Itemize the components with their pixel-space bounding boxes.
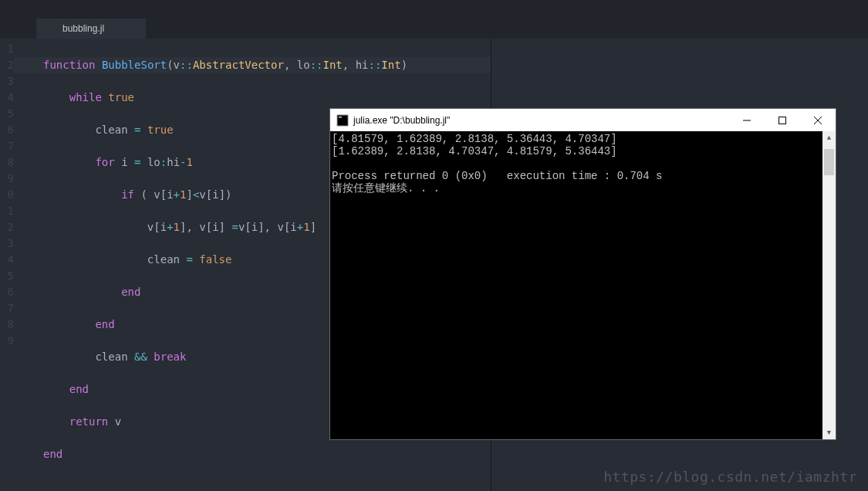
code-line[interactable]: function BubbleSort(v::AbstractVector, l… [14, 57, 491, 73]
line-number: 4 [0, 90, 14, 106]
maximize-button[interactable] [765, 109, 800, 131]
terminal-title: julia.exe "D:\bubbling.jl" [353, 115, 729, 126]
svg-rect-1 [339, 117, 342, 118]
scroll-down-icon[interactable]: ▼ [822, 426, 836, 439]
line-number: 0 [0, 187, 14, 203]
line-number: 5 [0, 268, 14, 284]
scroll-thumb[interactable] [824, 149, 834, 175]
line-number: 2 [0, 57, 14, 73]
line-number: 5 [0, 106, 14, 122]
terminal-line: Process returned 0 (0x0) execution time … [332, 170, 662, 182]
terminal-window[interactable]: julia.exe "D:\bubbling.jl" [4.81579, 1.6… [329, 108, 836, 440]
line-number: 8 [0, 154, 14, 171]
line-number: 3 [0, 235, 14, 252]
tabs-bar: bubbling.jl [0, 19, 868, 39]
line-number: 9 [0, 171, 14, 187]
line-number: 8 [0, 317, 14, 333]
terminal-line: [1.62389, 2.8138, 4.70347, 4.81579, 5.36… [332, 145, 617, 157]
code-line[interactable] [43, 479, 491, 491]
titlebar-strip [0, 0, 868, 19]
line-number: 3 [0, 73, 14, 90]
line-number: 6 [0, 284, 14, 300]
watermark-text: https://blog.csdn.net/iamzhtr [603, 469, 857, 485]
line-number: 1 [0, 41, 14, 57]
tabs-gutter-spacer [0, 19, 36, 39]
close-button[interactable] [800, 109, 836, 131]
terminal-titlebar[interactable]: julia.exe "D:\bubbling.jl" [330, 109, 836, 131]
line-number: 2 [0, 219, 14, 235]
line-number: 4 [0, 252, 14, 268]
terminal-line: 请按任意键继续. . . [332, 182, 440, 195]
line-number: 9 [0, 333, 14, 349]
line-number: 1 [0, 203, 14, 219]
app-icon [336, 114, 349, 127]
terminal-output[interactable]: [4.81579, 1.62389, 2.8138, 5.36443, 4.70… [330, 131, 836, 439]
line-number: 7 [0, 138, 14, 154]
minimize-button[interactable] [729, 109, 765, 131]
code-line[interactable]: while true [43, 90, 491, 106]
line-gutter: 1 2 3 4 5 6 7 8 9 0 1 2 3 4 5 6 7 8 9 [0, 39, 14, 491]
terminal-line: [4.81579, 1.62389, 2.8138, 5.36443, 4.70… [332, 133, 617, 145]
line-number: 7 [0, 300, 14, 317]
svg-rect-3 [779, 117, 786, 124]
terminal-scrollbar[interactable]: ▲ ▼ [822, 131, 836, 439]
code-line[interactable]: end [43, 446, 491, 462]
tab-file[interactable]: bubbling.jl [36, 19, 146, 39]
line-number: 6 [0, 122, 14, 138]
scroll-up-icon[interactable]: ▲ [822, 131, 836, 144]
